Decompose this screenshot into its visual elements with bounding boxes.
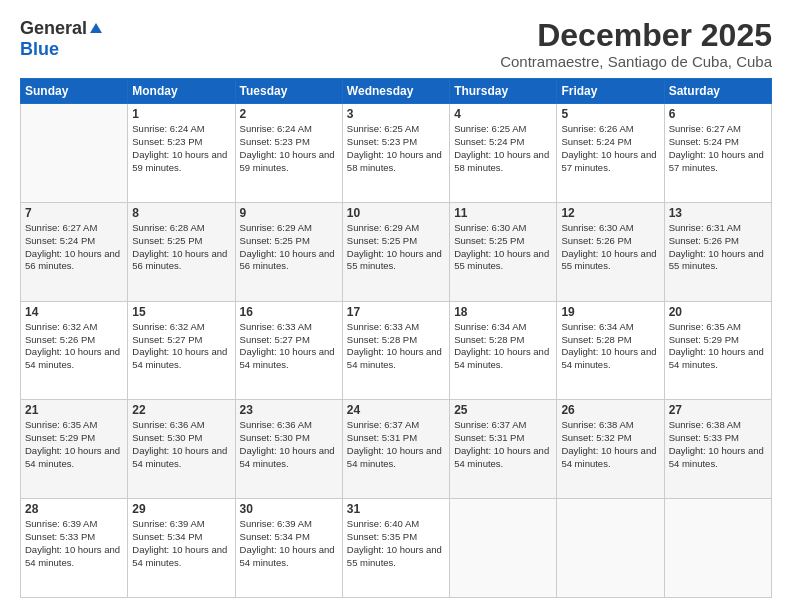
table-row: 19Sunrise: 6:34 AM Sunset: 5:28 PM Dayli… bbox=[557, 301, 664, 400]
day-number: 12 bbox=[561, 206, 659, 220]
day-info: Sunrise: 6:38 AM Sunset: 5:32 PM Dayligh… bbox=[561, 419, 659, 470]
day-info: Sunrise: 6:27 AM Sunset: 5:24 PM Dayligh… bbox=[25, 222, 123, 273]
day-number: 26 bbox=[561, 403, 659, 417]
day-number: 27 bbox=[669, 403, 767, 417]
header-friday: Friday bbox=[557, 79, 664, 104]
table-row bbox=[450, 499, 557, 598]
day-number: 23 bbox=[240, 403, 338, 417]
table-row: 13Sunrise: 6:31 AM Sunset: 5:26 PM Dayli… bbox=[664, 202, 771, 301]
day-number: 2 bbox=[240, 107, 338, 121]
day-number: 8 bbox=[132, 206, 230, 220]
day-info: Sunrise: 6:38 AM Sunset: 5:33 PM Dayligh… bbox=[669, 419, 767, 470]
header-saturday: Saturday bbox=[664, 79, 771, 104]
day-number: 22 bbox=[132, 403, 230, 417]
day-info: Sunrise: 6:36 AM Sunset: 5:30 PM Dayligh… bbox=[132, 419, 230, 470]
logo-general: General bbox=[20, 18, 87, 39]
calendar-week-row: 7Sunrise: 6:27 AM Sunset: 5:24 PM Daylig… bbox=[21, 202, 772, 301]
day-number: 15 bbox=[132, 305, 230, 319]
table-row: 12Sunrise: 6:30 AM Sunset: 5:26 PM Dayli… bbox=[557, 202, 664, 301]
title-block: December 2025 Contramaestre, Santiago de… bbox=[500, 18, 772, 70]
calendar-week-row: 1Sunrise: 6:24 AM Sunset: 5:23 PM Daylig… bbox=[21, 104, 772, 203]
table-row: 3Sunrise: 6:25 AM Sunset: 5:23 PM Daylig… bbox=[342, 104, 449, 203]
table-row: 29Sunrise: 6:39 AM Sunset: 5:34 PM Dayli… bbox=[128, 499, 235, 598]
day-info: Sunrise: 6:32 AM Sunset: 5:27 PM Dayligh… bbox=[132, 321, 230, 372]
day-number: 21 bbox=[25, 403, 123, 417]
table-row: 18Sunrise: 6:34 AM Sunset: 5:28 PM Dayli… bbox=[450, 301, 557, 400]
day-number: 25 bbox=[454, 403, 552, 417]
table-row: 16Sunrise: 6:33 AM Sunset: 5:27 PM Dayli… bbox=[235, 301, 342, 400]
day-number: 16 bbox=[240, 305, 338, 319]
table-row: 22Sunrise: 6:36 AM Sunset: 5:30 PM Dayli… bbox=[128, 400, 235, 499]
day-info: Sunrise: 6:33 AM Sunset: 5:28 PM Dayligh… bbox=[347, 321, 445, 372]
table-row: 23Sunrise: 6:36 AM Sunset: 5:30 PM Dayli… bbox=[235, 400, 342, 499]
calendar-subtitle: Contramaestre, Santiago de Cuba, Cuba bbox=[500, 53, 772, 70]
table-row: 27Sunrise: 6:38 AM Sunset: 5:33 PM Dayli… bbox=[664, 400, 771, 499]
day-number: 7 bbox=[25, 206, 123, 220]
day-number: 31 bbox=[347, 502, 445, 516]
day-number: 14 bbox=[25, 305, 123, 319]
day-info: Sunrise: 6:39 AM Sunset: 5:34 PM Dayligh… bbox=[240, 518, 338, 569]
table-row bbox=[664, 499, 771, 598]
day-info: Sunrise: 6:34 AM Sunset: 5:28 PM Dayligh… bbox=[561, 321, 659, 372]
day-number: 30 bbox=[240, 502, 338, 516]
day-info: Sunrise: 6:39 AM Sunset: 5:34 PM Dayligh… bbox=[132, 518, 230, 569]
day-info: Sunrise: 6:27 AM Sunset: 5:24 PM Dayligh… bbox=[669, 123, 767, 174]
table-row: 2Sunrise: 6:24 AM Sunset: 5:23 PM Daylig… bbox=[235, 104, 342, 203]
day-number: 11 bbox=[454, 206, 552, 220]
day-number: 29 bbox=[132, 502, 230, 516]
day-number: 24 bbox=[347, 403, 445, 417]
header-tuesday: Tuesday bbox=[235, 79, 342, 104]
calendar-week-row: 21Sunrise: 6:35 AM Sunset: 5:29 PM Dayli… bbox=[21, 400, 772, 499]
table-row: 1Sunrise: 6:24 AM Sunset: 5:23 PM Daylig… bbox=[128, 104, 235, 203]
day-number: 9 bbox=[240, 206, 338, 220]
header-monday: Monday bbox=[128, 79, 235, 104]
table-row: 31Sunrise: 6:40 AM Sunset: 5:35 PM Dayli… bbox=[342, 499, 449, 598]
header-wednesday: Wednesday bbox=[342, 79, 449, 104]
table-row: 30Sunrise: 6:39 AM Sunset: 5:34 PM Dayli… bbox=[235, 499, 342, 598]
table-row: 10Sunrise: 6:29 AM Sunset: 5:25 PM Dayli… bbox=[342, 202, 449, 301]
table-row: 15Sunrise: 6:32 AM Sunset: 5:27 PM Dayli… bbox=[128, 301, 235, 400]
day-info: Sunrise: 6:35 AM Sunset: 5:29 PM Dayligh… bbox=[669, 321, 767, 372]
table-row: 11Sunrise: 6:30 AM Sunset: 5:25 PM Dayli… bbox=[450, 202, 557, 301]
logo-blue: Blue bbox=[20, 39, 59, 60]
day-info: Sunrise: 6:25 AM Sunset: 5:23 PM Dayligh… bbox=[347, 123, 445, 174]
day-info: Sunrise: 6:30 AM Sunset: 5:26 PM Dayligh… bbox=[561, 222, 659, 273]
day-info: Sunrise: 6:31 AM Sunset: 5:26 PM Dayligh… bbox=[669, 222, 767, 273]
table-row bbox=[557, 499, 664, 598]
day-info: Sunrise: 6:36 AM Sunset: 5:30 PM Dayligh… bbox=[240, 419, 338, 470]
day-number: 4 bbox=[454, 107, 552, 121]
table-row: 28Sunrise: 6:39 AM Sunset: 5:33 PM Dayli… bbox=[21, 499, 128, 598]
day-info: Sunrise: 6:24 AM Sunset: 5:23 PM Dayligh… bbox=[240, 123, 338, 174]
day-info: Sunrise: 6:37 AM Sunset: 5:31 PM Dayligh… bbox=[454, 419, 552, 470]
day-info: Sunrise: 6:26 AM Sunset: 5:24 PM Dayligh… bbox=[561, 123, 659, 174]
day-info: Sunrise: 6:35 AM Sunset: 5:29 PM Dayligh… bbox=[25, 419, 123, 470]
day-info: Sunrise: 6:30 AM Sunset: 5:25 PM Dayligh… bbox=[454, 222, 552, 273]
day-info: Sunrise: 6:33 AM Sunset: 5:27 PM Dayligh… bbox=[240, 321, 338, 372]
day-info: Sunrise: 6:25 AM Sunset: 5:24 PM Dayligh… bbox=[454, 123, 552, 174]
day-number: 19 bbox=[561, 305, 659, 319]
table-row: 14Sunrise: 6:32 AM Sunset: 5:26 PM Dayli… bbox=[21, 301, 128, 400]
table-row: 6Sunrise: 6:27 AM Sunset: 5:24 PM Daylig… bbox=[664, 104, 771, 203]
logo: General Blue bbox=[20, 18, 102, 60]
page: General Blue December 2025 Contramaestre… bbox=[0, 0, 792, 612]
day-info: Sunrise: 6:37 AM Sunset: 5:31 PM Dayligh… bbox=[347, 419, 445, 470]
day-number: 6 bbox=[669, 107, 767, 121]
day-info: Sunrise: 6:39 AM Sunset: 5:33 PM Dayligh… bbox=[25, 518, 123, 569]
day-number: 10 bbox=[347, 206, 445, 220]
day-info: Sunrise: 6:24 AM Sunset: 5:23 PM Dayligh… bbox=[132, 123, 230, 174]
table-row: 8Sunrise: 6:28 AM Sunset: 5:25 PM Daylig… bbox=[128, 202, 235, 301]
day-number: 13 bbox=[669, 206, 767, 220]
table-row: 9Sunrise: 6:29 AM Sunset: 5:25 PM Daylig… bbox=[235, 202, 342, 301]
table-row: 21Sunrise: 6:35 AM Sunset: 5:29 PM Dayli… bbox=[21, 400, 128, 499]
day-number: 1 bbox=[132, 107, 230, 121]
day-number: 18 bbox=[454, 305, 552, 319]
table-row: 25Sunrise: 6:37 AM Sunset: 5:31 PM Dayli… bbox=[450, 400, 557, 499]
table-row: 5Sunrise: 6:26 AM Sunset: 5:24 PM Daylig… bbox=[557, 104, 664, 203]
table-row bbox=[21, 104, 128, 203]
day-number: 28 bbox=[25, 502, 123, 516]
table-row: 20Sunrise: 6:35 AM Sunset: 5:29 PM Dayli… bbox=[664, 301, 771, 400]
header: General Blue December 2025 Contramaestre… bbox=[20, 18, 772, 70]
day-info: Sunrise: 6:34 AM Sunset: 5:28 PM Dayligh… bbox=[454, 321, 552, 372]
day-info: Sunrise: 6:29 AM Sunset: 5:25 PM Dayligh… bbox=[347, 222, 445, 273]
table-row: 4Sunrise: 6:25 AM Sunset: 5:24 PM Daylig… bbox=[450, 104, 557, 203]
